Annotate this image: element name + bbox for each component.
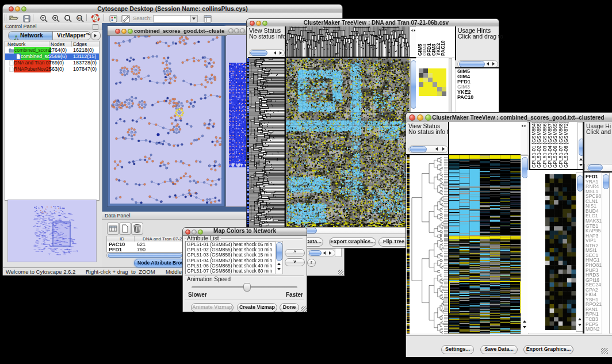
svg-text:Search:: Search: bbox=[133, 15, 152, 21]
svg-text:1:1: 1:1 bbox=[78, 17, 82, 20]
